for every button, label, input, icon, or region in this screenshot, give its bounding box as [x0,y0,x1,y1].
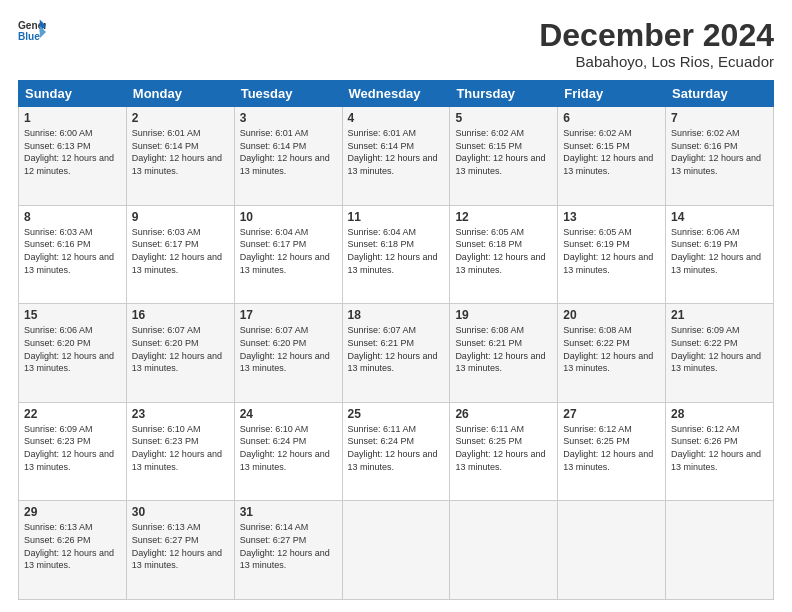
day-info: Sunrise: 6:09 AM Sunset: 6:23 PM Dayligh… [24,423,121,473]
calendar-cell: 13 Sunrise: 6:05 AM Sunset: 6:19 PM Dayl… [558,205,666,304]
day-info: Sunrise: 6:10 AM Sunset: 6:24 PM Dayligh… [240,423,337,473]
day-info: Sunrise: 6:01 AM Sunset: 6:14 PM Dayligh… [240,127,337,177]
day-number: 18 [348,308,445,322]
calendar-cell: 23 Sunrise: 6:10 AM Sunset: 6:23 PM Dayl… [126,402,234,501]
day-info: Sunrise: 6:00 AM Sunset: 6:13 PM Dayligh… [24,127,121,177]
day-info: Sunrise: 6:05 AM Sunset: 6:19 PM Dayligh… [563,226,660,276]
day-info: Sunrise: 6:11 AM Sunset: 6:24 PM Dayligh… [348,423,445,473]
day-header-friday: Friday [558,81,666,107]
calendar-cell: 20 Sunrise: 6:08 AM Sunset: 6:22 PM Dayl… [558,304,666,403]
calendar-cell: 26 Sunrise: 6:11 AM Sunset: 6:25 PM Dayl… [450,402,558,501]
calendar-cell: 5 Sunrise: 6:02 AM Sunset: 6:15 PM Dayli… [450,107,558,206]
title-area: December 2024 Babahoyo, Los Rios, Ecuado… [539,18,774,70]
day-info: Sunrise: 6:12 AM Sunset: 6:25 PM Dayligh… [563,423,660,473]
calendar: SundayMondayTuesdayWednesdayThursdayFrid… [18,80,774,600]
day-info: Sunrise: 6:10 AM Sunset: 6:23 PM Dayligh… [132,423,229,473]
calendar-cell: 4 Sunrise: 6:01 AM Sunset: 6:14 PM Dayli… [342,107,450,206]
calendar-cell: 27 Sunrise: 6:12 AM Sunset: 6:25 PM Dayl… [558,402,666,501]
day-number: 25 [348,407,445,421]
svg-text:Blue: Blue [18,31,40,42]
day-number: 26 [455,407,552,421]
calendar-cell [558,501,666,600]
logo: General Blue [18,18,46,46]
day-number: 27 [563,407,660,421]
day-number: 10 [240,210,337,224]
calendar-cell: 19 Sunrise: 6:08 AM Sunset: 6:21 PM Dayl… [450,304,558,403]
calendar-cell: 24 Sunrise: 6:10 AM Sunset: 6:24 PM Dayl… [234,402,342,501]
day-info: Sunrise: 6:02 AM Sunset: 6:15 PM Dayligh… [563,127,660,177]
day-number: 2 [132,111,229,125]
day-header-sunday: Sunday [19,81,127,107]
day-number: 20 [563,308,660,322]
calendar-cell: 31 Sunrise: 6:14 AM Sunset: 6:27 PM Dayl… [234,501,342,600]
day-info: Sunrise: 6:05 AM Sunset: 6:18 PM Dayligh… [455,226,552,276]
calendar-cell: 14 Sunrise: 6:06 AM Sunset: 6:19 PM Dayl… [666,205,774,304]
day-number: 24 [240,407,337,421]
subtitle: Babahoyo, Los Rios, Ecuador [539,53,774,70]
day-header-saturday: Saturday [666,81,774,107]
day-number: 29 [24,505,121,519]
day-header-wednesday: Wednesday [342,81,450,107]
day-info: Sunrise: 6:13 AM Sunset: 6:27 PM Dayligh… [132,521,229,571]
calendar-cell: 16 Sunrise: 6:07 AM Sunset: 6:20 PM Dayl… [126,304,234,403]
day-info: Sunrise: 6:08 AM Sunset: 6:21 PM Dayligh… [455,324,552,374]
calendar-cell: 2 Sunrise: 6:01 AM Sunset: 6:14 PM Dayli… [126,107,234,206]
calendar-cell: 15 Sunrise: 6:06 AM Sunset: 6:20 PM Dayl… [19,304,127,403]
day-number: 1 [24,111,121,125]
calendar-cell: 17 Sunrise: 6:07 AM Sunset: 6:20 PM Dayl… [234,304,342,403]
day-number: 4 [348,111,445,125]
calendar-cell: 3 Sunrise: 6:01 AM Sunset: 6:14 PM Dayli… [234,107,342,206]
day-number: 22 [24,407,121,421]
day-info: Sunrise: 6:12 AM Sunset: 6:26 PM Dayligh… [671,423,768,473]
day-number: 8 [24,210,121,224]
day-number: 5 [455,111,552,125]
calendar-cell: 28 Sunrise: 6:12 AM Sunset: 6:26 PM Dayl… [666,402,774,501]
day-number: 6 [563,111,660,125]
calendar-cell: 18 Sunrise: 6:07 AM Sunset: 6:21 PM Dayl… [342,304,450,403]
day-number: 31 [240,505,337,519]
calendar-cell: 12 Sunrise: 6:05 AM Sunset: 6:18 PM Dayl… [450,205,558,304]
day-info: Sunrise: 6:01 AM Sunset: 6:14 PM Dayligh… [132,127,229,177]
day-info: Sunrise: 6:06 AM Sunset: 6:19 PM Dayligh… [671,226,768,276]
day-number: 7 [671,111,768,125]
calendar-cell [666,501,774,600]
calendar-cell [342,501,450,600]
calendar-cell: 1 Sunrise: 6:00 AM Sunset: 6:13 PM Dayli… [19,107,127,206]
day-number: 15 [24,308,121,322]
day-header-monday: Monday [126,81,234,107]
day-header-tuesday: Tuesday [234,81,342,107]
calendar-cell: 6 Sunrise: 6:02 AM Sunset: 6:15 PM Dayli… [558,107,666,206]
day-number: 17 [240,308,337,322]
day-number: 3 [240,111,337,125]
calendar-cell: 25 Sunrise: 6:11 AM Sunset: 6:24 PM Dayl… [342,402,450,501]
month-title: December 2024 [539,18,774,53]
day-info: Sunrise: 6:14 AM Sunset: 6:27 PM Dayligh… [240,521,337,571]
day-number: 28 [671,407,768,421]
calendar-cell: 22 Sunrise: 6:09 AM Sunset: 6:23 PM Dayl… [19,402,127,501]
day-info: Sunrise: 6:02 AM Sunset: 6:16 PM Dayligh… [671,127,768,177]
day-number: 11 [348,210,445,224]
day-number: 14 [671,210,768,224]
day-info: Sunrise: 6:04 AM Sunset: 6:17 PM Dayligh… [240,226,337,276]
day-info: Sunrise: 6:06 AM Sunset: 6:20 PM Dayligh… [24,324,121,374]
calendar-cell: 30 Sunrise: 6:13 AM Sunset: 6:27 PM Dayl… [126,501,234,600]
day-info: Sunrise: 6:03 AM Sunset: 6:16 PM Dayligh… [24,226,121,276]
calendar-cell: 29 Sunrise: 6:13 AM Sunset: 6:26 PM Dayl… [19,501,127,600]
day-info: Sunrise: 6:08 AM Sunset: 6:22 PM Dayligh… [563,324,660,374]
day-number: 12 [455,210,552,224]
calendar-cell [450,501,558,600]
day-number: 16 [132,308,229,322]
day-number: 9 [132,210,229,224]
day-info: Sunrise: 6:03 AM Sunset: 6:17 PM Dayligh… [132,226,229,276]
day-info: Sunrise: 6:11 AM Sunset: 6:25 PM Dayligh… [455,423,552,473]
day-info: Sunrise: 6:01 AM Sunset: 6:14 PM Dayligh… [348,127,445,177]
day-header-thursday: Thursday [450,81,558,107]
calendar-cell: 11 Sunrise: 6:04 AM Sunset: 6:18 PM Dayl… [342,205,450,304]
day-number: 13 [563,210,660,224]
day-info: Sunrise: 6:09 AM Sunset: 6:22 PM Dayligh… [671,324,768,374]
day-info: Sunrise: 6:13 AM Sunset: 6:26 PM Dayligh… [24,521,121,571]
day-number: 21 [671,308,768,322]
day-info: Sunrise: 6:07 AM Sunset: 6:20 PM Dayligh… [132,324,229,374]
day-info: Sunrise: 6:04 AM Sunset: 6:18 PM Dayligh… [348,226,445,276]
day-info: Sunrise: 6:07 AM Sunset: 6:21 PM Dayligh… [348,324,445,374]
